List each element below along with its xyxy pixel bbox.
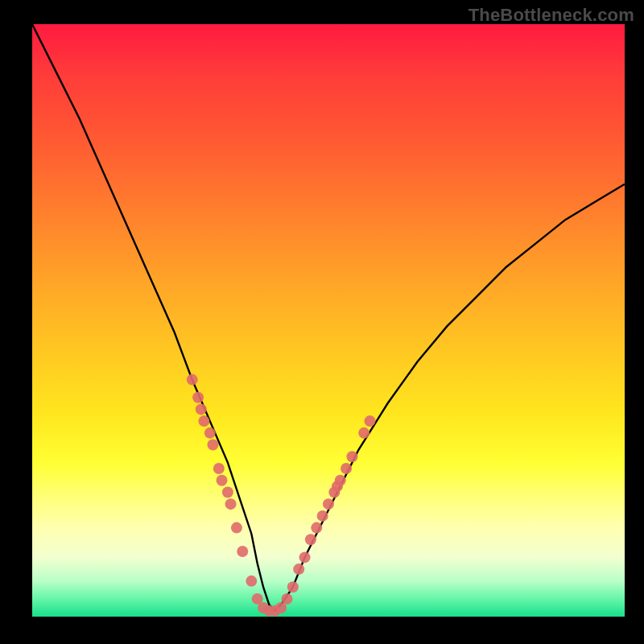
data-point: [187, 374, 198, 386]
data-point: [246, 576, 257, 587]
data-point: [317, 510, 328, 522]
data-point: [287, 581, 299, 592]
data-point: [335, 475, 346, 486]
data-point: [311, 522, 322, 534]
data-point: [365, 415, 376, 427]
data-point: [293, 564, 304, 575]
data-point: [281, 593, 292, 605]
data-point: [198, 415, 209, 427]
data-point: [225, 498, 237, 510]
data-point: [222, 486, 233, 497]
data-point: [196, 403, 207, 415]
chart-svg: [32, 24, 625, 617]
data-point: [237, 546, 248, 557]
data-point: [305, 534, 316, 545]
data-point: [204, 427, 216, 439]
data-point: [231, 522, 242, 534]
data-point: [341, 463, 352, 474]
data-point-group: [187, 374, 376, 617]
data-point: [323, 498, 334, 510]
data-point: [358, 427, 369, 439]
data-point: [346, 451, 357, 462]
data-point: [299, 551, 311, 563]
data-point: [213, 463, 225, 474]
data-point: [207, 440, 218, 451]
plot-area: [32, 24, 625, 617]
bottleneck-curve: [32, 24, 625, 611]
watermark-text: TheBottleneck.com: [469, 5, 634, 26]
data-point: [217, 475, 228, 486]
data-point: [192, 392, 204, 403]
chart-frame: TheBottleneck.com: [0, 0, 644, 644]
